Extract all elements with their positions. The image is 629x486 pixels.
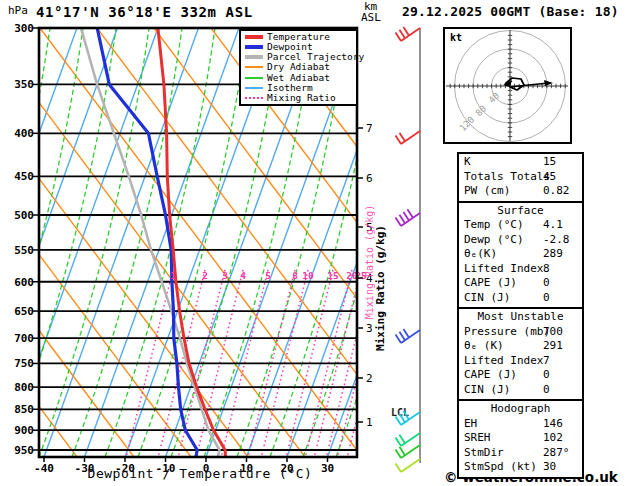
table-row-label: Lifted Index	[464, 354, 543, 367]
svg-text:3: 3	[366, 322, 373, 335]
table-row: CIN (J)0	[459, 291, 582, 306]
mixing-ratio-axis-label: Mixing Ratio (g/kg)	[374, 225, 387, 351]
table-section-header: Hodograph	[459, 402, 582, 417]
table-row: Totals Totals45	[459, 170, 582, 185]
pressure-axis-labels: 3003504004505005506006507007508008509009…	[14, 22, 39, 457]
svg-text:7: 7	[366, 122, 373, 135]
table-row-label: θₑ (K)	[464, 339, 504, 352]
legend-line-sample	[245, 87, 263, 89]
svg-text:450: 450	[14, 170, 34, 183]
svg-text:600: 600	[14, 276, 34, 289]
table-row-label: CIN (J)	[464, 383, 510, 396]
table-row: θₑ (K)291	[459, 339, 582, 354]
svg-text:-30: -30	[75, 462, 95, 475]
legend-line-sample	[245, 45, 263, 49]
table-row-label: StmSpd (kt)	[464, 460, 537, 473]
legend-line-sample	[245, 77, 263, 79]
svg-text:-10: -10	[156, 462, 176, 475]
table-row-value: 289	[543, 247, 563, 262]
table-row: CAPE (J)0	[459, 368, 582, 383]
table-section: Most UnstablePressure (mb)700θₑ (K)291Li…	[459, 307, 582, 399]
table-row-label: SREH	[464, 431, 491, 444]
table-row-value: 0	[543, 291, 550, 306]
table-row-label: K	[464, 155, 471, 168]
wind-barb	[396, 131, 421, 144]
svg-text:400: 400	[14, 127, 34, 140]
table-row-value: 7	[543, 354, 550, 369]
table-row-value: 8	[543, 262, 550, 277]
svg-text:850: 850	[14, 403, 34, 416]
curve-dewpoint	[97, 28, 197, 457]
table-row-label: CIN (J)	[464, 291, 510, 304]
table-section-header: Most Unstable	[459, 310, 582, 325]
svg-text:300: 300	[14, 22, 34, 35]
legend-item: Dry Adiabat	[241, 62, 356, 72]
table-row-value: 0	[543, 276, 550, 291]
svg-text:2: 2	[366, 372, 373, 385]
legend-line-sample	[245, 55, 263, 59]
skewt-sounding-screenshot: 1234581015202530035040045050055060065070…	[0, 0, 629, 486]
svg-text:8: 8	[292, 270, 298, 281]
svg-text:-20: -20	[115, 462, 135, 475]
wind-barb	[396, 209, 421, 226]
table-row: PW (cm)0.82	[459, 184, 582, 199]
legend-line-sample	[245, 97, 263, 99]
table-row-label: PW (cm)	[464, 184, 510, 197]
table-row-value: 700	[543, 325, 563, 340]
table-row: StmDir287°	[459, 446, 582, 461]
table-row-value: 291	[543, 339, 563, 354]
wind-barb	[396, 459, 421, 472]
indices-table: K15Totals Totals45PW (cm)0.82SurfaceTemp…	[457, 152, 584, 479]
legend-line-sample	[245, 66, 263, 68]
svg-text:800: 800	[14, 381, 34, 394]
table-row: Temp (°C)4.1	[459, 218, 582, 233]
svg-text:900: 900	[14, 424, 34, 437]
table-section: SurfaceTemp (°C)4.1Dewp (°C)-2.8θₑ(K)289…	[459, 201, 582, 308]
table-row-value: 45	[543, 170, 556, 185]
table-row-value: 0.82	[543, 184, 570, 199]
svg-text:0: 0	[203, 462, 210, 475]
table-row-label: θₑ(K)	[464, 247, 497, 260]
svg-text:700: 700	[14, 332, 34, 345]
table-section-header: Surface	[459, 204, 582, 219]
table-row-label: Dewp (°C)	[464, 233, 524, 246]
table-row-value: 287°	[543, 446, 570, 461]
svg-text:650: 650	[14, 305, 34, 318]
svg-text:1: 1	[170, 270, 176, 281]
legend-line-sample	[245, 35, 263, 39]
svg-text:4: 4	[240, 270, 246, 281]
table-row-value: 0	[543, 368, 550, 383]
table-section: HodographEH146SREH102StmDir287°StmSpd (k…	[459, 399, 582, 477]
temperature-axis-labels: -40-30-20-100102030	[34, 457, 334, 475]
table-row: Lifted Index8	[459, 262, 582, 277]
svg-text:500: 500	[14, 209, 34, 222]
svg-text:10: 10	[240, 462, 253, 475]
table-row-label: Totals Totals	[464, 170, 550, 183]
table-row-label: CAPE (J)	[464, 368, 517, 381]
hodograph-unit-label: kt	[450, 32, 462, 43]
wind-barb	[396, 27, 421, 41]
table-row-label: StmDir	[464, 446, 504, 459]
table-row-value: 146	[543, 417, 563, 432]
table-row-value: 30	[543, 460, 556, 475]
svg-text:30: 30	[321, 462, 334, 475]
wind-barb	[396, 445, 421, 458]
table-row: CIN (J)0	[459, 383, 582, 398]
table-row: SREH102	[459, 431, 582, 446]
table-row: θₑ(K)289	[459, 247, 582, 262]
wind-barb	[396, 329, 421, 343]
legend-item: Mixing Ratio	[241, 93, 356, 103]
table-row: CAPE (J)0	[459, 276, 582, 291]
legend-label: Dry Adiabat	[267, 62, 330, 72]
table-row-value: 4.1	[543, 218, 563, 233]
mixing-ratio-labels: 12345810152025	[170, 270, 367, 281]
legend-label: Mixing Ratio	[267, 93, 336, 103]
svg-text:550: 550	[14, 244, 34, 257]
table-row-label: Temp (°C)	[464, 218, 524, 231]
svg-text:6: 6	[366, 172, 373, 185]
hodograph: 4080120kt	[444, 28, 571, 143]
svg-text:5: 5	[265, 270, 271, 281]
table-row: K15	[459, 155, 582, 170]
table-row-label: Lifted Index	[464, 262, 543, 275]
table-row: Dewp (°C)-2.8	[459, 233, 582, 248]
